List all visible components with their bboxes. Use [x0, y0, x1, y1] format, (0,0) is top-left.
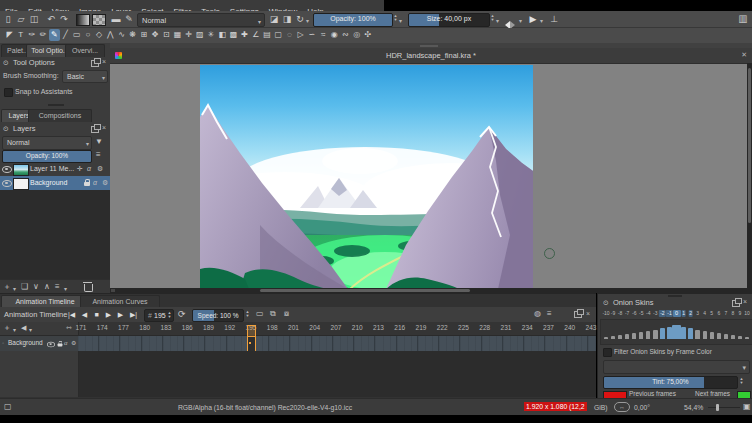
- color-sampler-tool[interactable]: ✛: [183, 29, 194, 41]
- close-docker-icon[interactable]: ×: [102, 124, 106, 132]
- dynamic-brush-tool[interactable]: ∿: [116, 29, 127, 41]
- onion-opacity-bar[interactable]: [625, 334, 629, 339]
- onion-offset--4[interactable]: -4: [645, 310, 651, 317]
- polygon-tool[interactable]: ◇: [94, 29, 105, 41]
- similar-select-tool[interactable]: ≈: [318, 29, 329, 41]
- enclose-fill-tool[interactable]: ▩: [228, 29, 239, 41]
- onion-offset-8[interactable]: 8: [731, 310, 736, 317]
- onion-opacity-bar[interactable]: [745, 337, 749, 339]
- tint-spin[interactable]: ▲▼: [738, 377, 745, 385]
- dock-splitter-handle[interactable]: [420, 45, 438, 47]
- timeline-ruler[interactable]: ＋ ▾ ◀ ▾ ⇿ 171174177180183186189192195198…: [0, 322, 596, 336]
- onion-opacity-bar[interactable]: [738, 336, 742, 339]
- layer-visible-icon[interactable]: [2, 180, 12, 187]
- onion-offset-0[interactable]: 0: [672, 310, 680, 317]
- bezier-select-tool[interactable]: ∾: [340, 29, 351, 41]
- preserve-alpha-button[interactable]: ◨: [281, 13, 293, 25]
- timeline-layer-list-empty[interactable]: [0, 351, 79, 397]
- move-layer-up-button[interactable]: ∧: [44, 283, 50, 291]
- layer-filter-icon[interactable]: ▼: [95, 138, 103, 146]
- ellipse-tool[interactable]: ○: [82, 29, 93, 41]
- edit-brush-settings-button[interactable]: ✎: [123, 13, 135, 25]
- save-document-button[interactable]: ◫: [28, 13, 40, 25]
- close-document-icon[interactable]: ✕: [741, 51, 747, 59]
- onion-opacity-bar[interactable]: [724, 334, 728, 339]
- layer-lock-icon[interactable]: [84, 182, 90, 186]
- onion-opacity-bar[interactable]: [646, 331, 650, 339]
- close-docker-icon[interactable]: ×: [586, 310, 590, 318]
- opacity-spin-up[interactable]: ▲▼: [392, 14, 399, 22]
- zoom-slider[interactable]: [708, 407, 740, 408]
- onion-offset--2[interactable]: -2: [659, 310, 665, 317]
- onion-offset--6[interactable]: -6: [631, 310, 637, 317]
- new-document-button[interactable]: ▯: [2, 13, 14, 25]
- timeline-empty-area[interactable]: [79, 351, 596, 397]
- chevron-down-icon[interactable]: ▾: [13, 326, 16, 333]
- zoom-tool[interactable]: ◎: [351, 29, 362, 41]
- onion-offset--8[interactable]: -8: [617, 310, 623, 317]
- skip-to-end-button[interactable]: ▶|: [127, 309, 140, 320]
- layer-visible-icon[interactable]: [47, 342, 55, 348]
- rect-select-tool[interactable]: ▢: [273, 29, 284, 41]
- gradient-swatch[interactable]: [76, 14, 90, 26]
- current-frame-cell[interactable]: [247, 336, 256, 352]
- zoom-to-fit-icon[interactable]: ▣: [743, 403, 751, 411]
- duplicate-layer-button[interactable]: ❏: [21, 283, 28, 291]
- drop-frames-icon[interactable]: ▭: [256, 310, 264, 318]
- stop-button[interactable]: ■: [91, 309, 102, 320]
- onion-offset-4[interactable]: 4: [702, 310, 707, 317]
- layer-properties-icon[interactable]: ⚙: [97, 165, 103, 172]
- zoom-handle-icon[interactable]: ⇿: [66, 324, 72, 331]
- onion-opacity-bar[interactable]: [731, 335, 735, 339]
- layer-alpha-icon[interactable]: α: [87, 165, 91, 172]
- onion-opacity-bar[interactable]: [611, 336, 615, 339]
- skip-to-start-button[interactable]: |◀: [65, 309, 78, 320]
- shape-select-tool[interactable]: ◤: [4, 29, 15, 41]
- speed-slider[interactable]: Speed: 100 %: [192, 309, 244, 322]
- crop-tool[interactable]: ⊡: [161, 29, 172, 41]
- multibrush-tool[interactable]: ❋: [127, 29, 138, 41]
- brush-smoothing-dropdown[interactable]: Basic ▾: [62, 70, 108, 83]
- onion-offset--3[interactable]: -3: [652, 310, 658, 317]
- pattern-swatch[interactable]: [92, 14, 106, 26]
- frame-actions-icon[interactable]: ⧇: [284, 310, 289, 318]
- float-docker-icon[interactable]: [732, 300, 740, 307]
- opacity-slider[interactable]: Opacity: 100%: [313, 13, 393, 27]
- canvas-vscrollbar[interactable]: [747, 63, 752, 288]
- undo-button[interactable]: ↶: [45, 13, 57, 25]
- layer-alpha-icon[interactable]: α: [93, 179, 97, 186]
- onion-opacity-bar[interactable]: [604, 337, 608, 339]
- chevron-down-icon[interactable]: ▾: [306, 17, 309, 24]
- layer-properties-icon[interactable]: ⚙: [71, 340, 76, 347]
- choose-workspace-button[interactable]: ▥: [737, 13, 749, 25]
- text-tool[interactable]: T: [15, 29, 26, 41]
- chevron-down-icon[interactable]: ▾: [64, 285, 67, 292]
- onion-opacity-bar[interactable]: [632, 333, 636, 339]
- chevron-down-icon[interactable]: ▾: [13, 285, 16, 292]
- snap-to-assistants-checkbox[interactable]: [4, 88, 13, 97]
- size-slider[interactable]: Size: 40,00 px: [408, 13, 490, 27]
- playback-range-icon[interactable]: ⟳: [178, 310, 186, 319]
- speed-spin[interactable]: ▲▼: [244, 310, 251, 318]
- onion-offset-3[interactable]: 3: [695, 310, 700, 317]
- wrap-around-mode-button[interactable]: ▶: [527, 13, 539, 25]
- onion-offset--9[interactable]: -9: [610, 310, 616, 317]
- chevron-down-icon[interactable]: ▾: [29, 326, 32, 333]
- frame-number-spinbox[interactable]: # 195 ▲▼: [144, 309, 174, 322]
- canvas-painting[interactable]: [200, 65, 533, 289]
- play-button[interactable]: ▶: [103, 309, 114, 320]
- onion-opacity-bar[interactable]: [618, 335, 622, 339]
- hscrollbar-thumb[interactable]: [260, 289, 470, 292]
- timeline-track-row[interactable]: ◦ Background α ⚙: [0, 336, 596, 351]
- freehand-brush-tool[interactable]: ✎: [49, 29, 60, 41]
- move-tool[interactable]: ✥: [150, 29, 161, 41]
- frame-spin[interactable]: ▲▼: [166, 311, 173, 319]
- assistants-tool[interactable]: ✚: [239, 29, 250, 41]
- blending-mode-dropdown[interactable]: Normal ▾: [137, 13, 265, 27]
- brush-preset-chooser[interactable]: ▬: [110, 13, 122, 25]
- onion-opacity-bar[interactable]: [688, 328, 692, 339]
- previous-frame-button[interactable]: ◀: [79, 309, 90, 320]
- layer-lock-icon[interactable]: [58, 343, 63, 346]
- layer-visible-icon[interactable]: [2, 166, 12, 173]
- float-docker-icon[interactable]: [91, 60, 99, 67]
